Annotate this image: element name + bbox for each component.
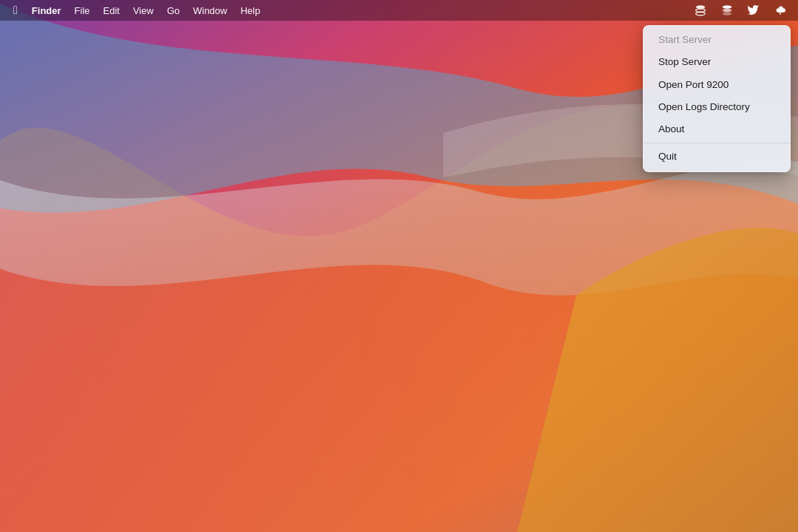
context-menu: Start Server Stop Server Open Port 9200 … [643,25,791,172]
svg-point-5 [723,9,732,13]
menubar-help[interactable]: Help [233,0,267,21]
svg-point-4 [723,5,732,9]
cloud-icon[interactable] [768,0,792,21]
svg-point-3 [696,12,706,16]
menubar-window[interactable]: Window [186,0,233,21]
menu-divider [644,143,790,143]
menubar-go[interactable]: Go [160,0,186,21]
menu-item-stop-server[interactable]: Stop Server [647,51,787,73]
menu-item-quit[interactable]: Quit [647,146,787,168]
menubar-file[interactable]: File [68,0,97,21]
svg-point-6 [723,12,732,16]
menubar:  Finder File Edit View Go Window Help [0,0,798,21]
menubar-left:  Finder File Edit View Go Window Help [6,0,267,21]
stack-icon-1[interactable] [689,0,712,21]
menu-item-open-port[interactable]: Open Port 9200 [647,74,787,96]
desktop:  Finder File Edit View Go Window Help [0,0,798,532]
menu-item-open-logs[interactable]: Open Logs Directory [647,96,787,118]
menubar-edit[interactable]: Edit [97,0,126,21]
apple-menu[interactable]:  [6,0,25,21]
menu-item-about[interactable]: About [647,118,787,140]
menu-item-start-server[interactable]: Start Server [647,29,787,51]
menubar-view[interactable]: View [126,0,160,21]
menubar-right [689,0,792,21]
menubar-finder[interactable]: Finder [25,0,68,21]
bird-icon[interactable] [742,0,765,21]
tray-icon[interactable] [715,0,739,21]
